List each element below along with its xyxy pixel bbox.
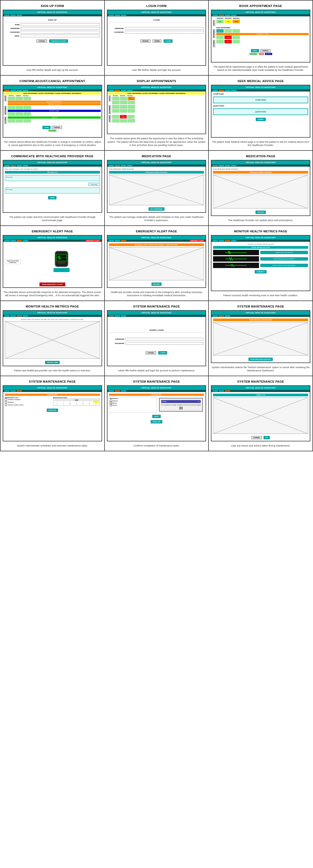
sep-avail5[interactable]	[16, 112, 23, 116]
username-row: USERNAME	[5, 27, 100, 30]
sep-avail4[interactable]	[8, 112, 15, 116]
message-input-2[interactable]: Message	[5, 188, 100, 193]
oct-avail2[interactable]	[16, 119, 23, 123]
sep-avail6[interactable]	[23, 112, 31, 116]
disp-aug4[interactable]	[112, 101, 119, 104]
admin-button[interactable]: ADMIN	[152, 39, 162, 43]
maint-login-button[interactable]: LOGIN	[158, 351, 167, 354]
maint-login-btn-row: CANCEL LOGIN	[110, 351, 204, 354]
nav-dot-d4	[127, 90, 133, 91]
maint-header-bar: MAINTENANCE	[5, 394, 100, 396]
disp-sep5[interactable]	[120, 109, 127, 113]
cal-cell-date1[interactable]: 09/03/2021	[216, 29, 224, 33]
connect-button[interactable]: CONNECT	[255, 270, 266, 273]
disp-sep4[interactable]	[112, 109, 119, 113]
cal-cell-limited[interactable]: LIMITED	[232, 20, 240, 23]
update-time-button[interactable]: UPDATE TIME	[45, 361, 60, 364]
review-button[interactable]: REVIEW	[151, 282, 162, 286]
disp-sep2[interactable]	[120, 105, 127, 108]
maint-password-input[interactable]	[125, 342, 204, 345]
name-input[interactable]	[21, 23, 100, 26]
disp-aug2[interactable]	[120, 97, 127, 100]
disp-aug5[interactable]	[120, 101, 127, 104]
sw-confirm-checkbox[interactable]	[110, 400, 112, 402]
maint-cancel-button[interactable]: CANCEL	[146, 351, 156, 354]
system-check-row: System...	[110, 404, 156, 406]
health-checkbox[interactable]	[5, 404, 7, 406]
sep-avail2[interactable]	[16, 106, 23, 110]
disp-oct3[interactable]	[127, 115, 135, 119]
device-button[interactable]	[57, 261, 65, 264]
nav-signup	[3, 14, 102, 17]
cal-cell-avail[interactable]: AVAIL.	[216, 20, 224, 23]
dialog-close-icon[interactable]: ✕	[198, 401, 200, 402]
symptoms-box[interactable]: SYMPTOMS	[213, 97, 308, 103]
maint-confirm-list-label: Maintenance :	[110, 398, 156, 399]
oct-avail3[interactable]	[23, 119, 31, 123]
email-input[interactable]	[21, 35, 100, 37]
cal-cell-avail4[interactable]	[216, 35, 224, 39]
create-account-button[interactable]: CREATE ACCOUNT	[49, 39, 68, 43]
maint-username-input[interactable]	[125, 338, 204, 340]
backup-confirm-checkbox[interactable]	[110, 402, 112, 404]
submit-advice-button[interactable]: SUBMIT	[256, 118, 266, 121]
sep-avail1[interactable]	[8, 106, 15, 110]
send-emergency-button[interactable]: SEND EMERGENCY ALERT	[39, 282, 65, 286]
connect-tools-label: Connect your health monitoring tools	[213, 243, 308, 245]
cal-cell-avail5[interactable]	[232, 35, 240, 39]
disp-oct6[interactable]	[127, 119, 135, 123]
cancel-button[interactable]: CANCEL	[36, 39, 47, 43]
disp-aug6[interactable]	[127, 101, 135, 104]
cal-cell-oct3[interactable]	[232, 40, 240, 43]
book-body: 08/30/2021 09/04/2025 09/05/2021 AUGUST …	[211, 17, 310, 62]
login-button[interactable]: LOGIN	[164, 39, 172, 43]
save-button[interactable]: SAVE	[251, 49, 259, 52]
disp-sep6[interactable]	[127, 109, 135, 113]
username-input[interactable]	[21, 27, 100, 30]
sep-avail3[interactable]	[23, 106, 31, 110]
cancel-confirm-button[interactable]: CANCEL	[52, 126, 62, 129]
ekg-display-1	[213, 250, 259, 255]
execute-confirm-button[interactable]: EXECUTE	[151, 420, 162, 424]
okay-button[interactable]: OKAY	[152, 415, 161, 418]
questions-box[interactable]: QUESTIONS	[213, 108, 308, 115]
fix-button[interactable]: FIX	[263, 436, 270, 439]
disp-oct4[interactable]	[112, 119, 119, 123]
save-confirm-button[interactable]: SAVE	[42, 126, 51, 129]
disp-oct5[interactable]	[120, 119, 127, 123]
oct-avail1[interactable]	[8, 119, 15, 123]
heart-rate-btn[interactable]: HEART RATE PER MINUTE	[260, 251, 308, 254]
execute-button[interactable]: EXECUTE	[47, 409, 58, 412]
desc-medication-provider: The Healthcare Provider can update plans…	[211, 218, 310, 223]
message-input-1[interactable]: Message	[5, 175, 100, 181]
signup-button[interactable]: SIGNUP	[141, 39, 150, 43]
disp-sep1[interactable]	[112, 105, 119, 108]
confirm-avail1[interactable]	[8, 97, 15, 100]
update-med-button[interactable]: UPDATE	[256, 211, 266, 214]
password-input[interactable]	[21, 31, 100, 34]
cal-cell-avail2[interactable]	[224, 29, 232, 33]
cal-cell-star[interactable]: STAR	[224, 20, 232, 23]
cancel-book-button[interactable]: CANCEL	[260, 49, 271, 52]
system-confirm-label: System...	[113, 404, 118, 406]
perform-maintenance-button[interactable]: PERFORM MAINTENANCE	[249, 358, 273, 361]
close-btn[interactable]: B	[179, 407, 183, 409]
set-reminder-button[interactable]: SET REMINDER	[149, 208, 164, 211]
cal-cell-oct1[interactable]	[216, 40, 224, 43]
confirm-avail2[interactable]	[16, 97, 23, 100]
backup-checkbox[interactable]	[5, 401, 7, 403]
blood-sugar-btn[interactable]: BLOOD SUGAR LEVEL PER MINUTE	[260, 264, 308, 267]
confirm-avail3[interactable]	[23, 97, 31, 100]
sw-checkbox[interactable]	[5, 398, 7, 401]
disp-oct1[interactable]	[112, 115, 119, 119]
system-confirm-checkbox[interactable]	[110, 404, 112, 406]
disp-sep3[interactable]	[127, 105, 135, 108]
blood-pressure-btn[interactable]: BLOOD PRESSURE PER MINUTE	[260, 257, 308, 260]
cal-cell-avail3[interactable]	[232, 29, 240, 33]
login-username-input[interactable]	[125, 27, 204, 30]
desc-maintenance-log: Logs any issues and actions taken during…	[211, 443, 310, 448]
disp-aug1[interactable]	[112, 97, 119, 100]
send-button[interactable]: SEND	[48, 196, 56, 199]
login-password-input[interactable]	[125, 31, 204, 34]
cancel-log-button[interactable]: CANCEL	[252, 436, 262, 439]
